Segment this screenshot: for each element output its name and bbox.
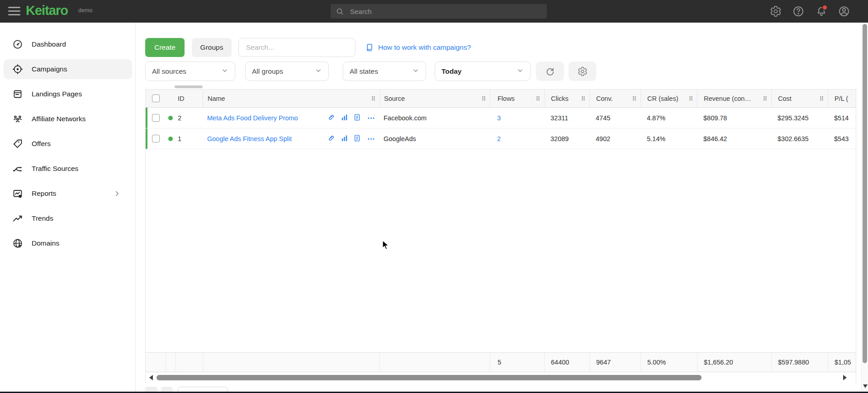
- row-more-actions[interactable]: •••: [368, 136, 375, 141]
- sidebar-item-offers[interactable]: s Offers: [4, 134, 132, 154]
- campaign-name-link[interactable]: Meta Ads Food Delivery Promo: [207, 114, 298, 122]
- cell-conv: 4745: [589, 108, 640, 128]
- cell-pl: $514: [828, 108, 856, 128]
- global-search[interactable]: [331, 4, 547, 19]
- campaign-search[interactable]: [238, 38, 356, 57]
- sidebar-item-landings-pages[interactable]: Landings Pages: [4, 84, 132, 104]
- campaign-report-icon[interactable]: [353, 114, 361, 123]
- sidebar-item-trends[interactable]: Trends: [4, 208, 132, 228]
- campaign-stats-icon[interactable]: [341, 134, 348, 143]
- total-revenue: $1,656.20: [697, 353, 771, 372]
- column-header-name[interactable]: Name⠿: [203, 90, 379, 107]
- total-cr-sales: 5.00%: [640, 353, 697, 372]
- date-range-dropdown[interactable]: Today: [435, 62, 531, 81]
- select-all-checkbox[interactable]: [152, 95, 160, 102]
- column-drag-handle-icon[interactable]: ⠿: [632, 95, 636, 101]
- cell-id: 2: [175, 108, 203, 128]
- status-active-dot: [168, 116, 173, 120]
- scroll-left-arrow[interactable]: [149, 375, 153, 380]
- cell-pl: $543: [828, 128, 856, 149]
- groups-filter-dropdown[interactable]: All groups: [245, 62, 329, 81]
- hamburger-menu-icon[interactable]: [8, 7, 20, 15]
- notification-badge: [822, 5, 828, 10]
- chevron-down-icon: [221, 67, 228, 76]
- table-top-scrollbar-thumb[interactable]: [175, 85, 203, 88]
- help-icon[interactable]: [792, 5, 804, 17]
- column-drag-handle-icon[interactable]: ⠿: [581, 95, 585, 101]
- trends-icon: [12, 213, 23, 224]
- column-header-id[interactable]: ID: [175, 90, 203, 107]
- sidebar: Dashboard Campaigns Landings Pages Affil…: [0, 23, 136, 393]
- sidebar-item-campaigns[interactable]: Campaigns: [4, 59, 132, 79]
- scroll-down-arrow[interactable]: [863, 384, 868, 388]
- column-drag-handle-icon[interactable]: ⠿: [688, 95, 693, 101]
- campaign-link-icon[interactable]: [327, 114, 335, 123]
- refresh-icon: [545, 66, 555, 76]
- column-header-cr-sales[interactable]: CR (sales)⠿: [640, 90, 697, 107]
- create-button[interactable]: Create: [145, 38, 185, 57]
- horizontal-scrollbar: [146, 372, 856, 383]
- sidebar-item-dashboard[interactable]: Dashboard: [4, 34, 132, 54]
- horizontal-scrollbar-thumb[interactable]: [157, 375, 702, 380]
- row-checkbox[interactable]: [152, 114, 160, 122]
- column-header-pl[interactable]: P/L (: [828, 90, 856, 107]
- row-more-actions[interactable]: •••: [368, 115, 375, 120]
- cell-id: 1: [175, 128, 203, 149]
- cell-source: GoogleAds: [379, 128, 490, 149]
- table-empty-area: [146, 149, 856, 352]
- campaigns-table: ID Name⠿ Source⠿ Flows⠿ Clicks⠿ Conv.⠿ C…: [145, 89, 856, 383]
- campaign-name-link[interactable]: Google Ads Fitness App Split: [207, 135, 292, 142]
- column-drag-handle-icon[interactable]: ⠿: [763, 95, 767, 101]
- user-account-icon[interactable]: [838, 5, 850, 17]
- cell-revenue: $846.42: [697, 128, 771, 149]
- scroll-right-arrow[interactable]: [843, 375, 847, 380]
- svg-text:s: s: [18, 140, 19, 144]
- column-header-status: [166, 90, 175, 107]
- sidebar-item-affiliate-networks[interactable]: Affiliate Networks: [4, 109, 132, 129]
- table-row[interactable]: 2 Meta Ads Food Delivery Promo ••• Faceb…: [146, 108, 856, 128]
- column-header-conv[interactable]: Conv.⠿: [589, 90, 640, 107]
- dashboard-icon: [12, 39, 23, 50]
- column-header-flows[interactable]: Flows⠿: [490, 90, 544, 107]
- notifications-bell-icon[interactable]: [816, 5, 827, 17]
- chevron-down-icon: [412, 67, 419, 76]
- groups-button[interactable]: Groups: [192, 38, 232, 57]
- campaign-report-icon[interactable]: [353, 134, 361, 143]
- sidebar-item-reports[interactable]: Reports: [4, 184, 132, 204]
- settings-gear-icon[interactable]: [770, 5, 782, 17]
- states-filter-dropdown[interactable]: All states: [343, 62, 426, 81]
- refresh-button[interactable]: [536, 62, 564, 81]
- column-drag-handle-icon[interactable]: ⠿: [371, 95, 375, 101]
- table-header-row: ID Name⠿ Source⠿ Flows⠿ Clicks⠿ Conv.⠿ C…: [146, 90, 856, 108]
- column-header-source[interactable]: Source⠿: [379, 90, 490, 107]
- sidebar-item-domains[interactable]: Domains: [4, 233, 132, 253]
- column-header-revenue[interactable]: Revenue (con…⠿: [697, 90, 771, 107]
- column-drag-handle-icon[interactable]: ⠿: [481, 95, 486, 101]
- app-logo[interactable]: Keitaro: [26, 3, 68, 18]
- total-conv: 9647: [589, 353, 640, 372]
- total-clicks: 64400: [544, 353, 589, 372]
- cell-clicks: 32311: [544, 108, 589, 128]
- table-settings-button[interactable]: [569, 62, 596, 81]
- landing-page-icon: [12, 89, 23, 99]
- vertical-scrollbar-thumb[interactable]: [863, 24, 867, 363]
- cell-cr-sales: 5.14%: [640, 128, 697, 149]
- campaigns-target-icon: [12, 64, 23, 75]
- sidebar-item-traffic-sources[interactable]: Traffic Sources: [4, 159, 132, 179]
- campaign-link-icon[interactable]: [327, 134, 335, 143]
- column-header-cost[interactable]: Cost⠿: [771, 90, 828, 107]
- column-drag-handle-icon[interactable]: ⠿: [536, 95, 540, 101]
- column-header-clicks[interactable]: Clicks⠿: [544, 90, 589, 107]
- flows-link[interactable]: 3: [497, 114, 501, 122]
- campaign-search-input[interactable]: [245, 43, 349, 52]
- help-campaigns-link[interactable]: How to work with campaigns?: [365, 38, 471, 57]
- row-checkbox[interactable]: [152, 135, 160, 142]
- global-search-input[interactable]: [349, 7, 541, 16]
- table-row[interactable]: 1 Google Ads Fitness App Split ••• Googl…: [146, 128, 856, 149]
- vertical-scrollbar: [861, 23, 868, 393]
- column-drag-handle-icon[interactable]: ⠿: [819, 95, 824, 101]
- total-flows: 5: [490, 353, 544, 372]
- campaign-stats-icon[interactable]: [341, 114, 348, 123]
- flows-link[interactable]: 2: [497, 135, 501, 142]
- sources-filter-dropdown[interactable]: All sources: [145, 62, 235, 81]
